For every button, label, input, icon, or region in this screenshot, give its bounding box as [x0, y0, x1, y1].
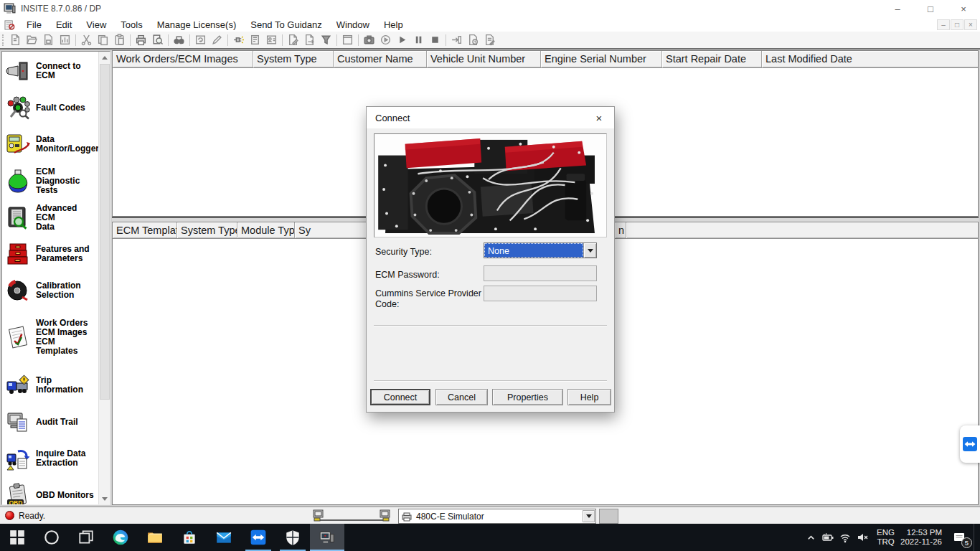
properties-button[interactable]: Properties: [492, 389, 563, 405]
cancel-button[interactable]: Cancel: [435, 389, 488, 405]
print-preview-icon[interactable]: [149, 33, 166, 47]
maximize-button[interactable]: □: [914, 0, 947, 17]
menu-edit[interactable]: Edit: [49, 18, 79, 32]
connect-button[interactable]: Connect: [370, 389, 430, 405]
column-header-last-modified-date[interactable]: Last Modified Date: [762, 51, 978, 67]
wifi-icon[interactable]: [837, 527, 854, 548]
play-icon[interactable]: [394, 33, 410, 47]
scroll-down-icon[interactable]: [99, 493, 110, 504]
defender-icon[interactable]: [275, 524, 310, 551]
menu-window[interactable]: Window: [329, 18, 377, 32]
csp-code-field: [484, 286, 597, 301]
tray-expand-icon[interactable]: [802, 527, 819, 548]
start-button[interactable]: [0, 524, 34, 551]
paste-icon[interactable]: [111, 33, 128, 47]
clock-date: 2022-11-26: [900, 537, 942, 547]
insite-app-icon[interactable]: [310, 524, 344, 551]
column-header-ecm-template[interactable]: ECM Template: [113, 222, 177, 238]
notification-center-icon[interactable]: 5: [949, 527, 971, 548]
help-button[interactable]: Help: [567, 389, 611, 405]
dialog-close-icon[interactable]: ×: [584, 107, 614, 128]
mdi-minimize-button[interactable]: –: [937, 19, 950, 30]
sidebar-scrollbar[interactable]: [98, 52, 110, 504]
new-work-order-icon[interactable]: [7, 33, 24, 47]
menu-manage-licenses[interactable]: Manage License(s): [150, 18, 244, 32]
filter-icon[interactable]: [318, 33, 334, 47]
column-header-system-type-2[interactable]: System Type: [177, 222, 237, 238]
clock[interactable]: 12:53 PM 2022-11-26: [900, 528, 942, 547]
report-icon[interactable]: [57, 33, 73, 47]
volume-muted-icon[interactable]: [854, 527, 871, 548]
scroll-up-icon[interactable]: [99, 52, 110, 63]
close-button[interactable]: ×: [947, 0, 980, 17]
sidebar-item-advanced-ecm-data[interactable]: Advanced ECM Data: [4, 202, 97, 232]
mdi-close-button[interactable]: ×: [964, 19, 977, 30]
column-header-work-orders-ecm-images[interactable]: Work Orders/ECM Images: [113, 51, 253, 67]
stop-icon[interactable]: [427, 33, 443, 47]
file-explorer-icon[interactable]: [138, 524, 172, 551]
find-icon[interactable]: [171, 33, 187, 47]
snapshot-icon[interactable]: [361, 33, 377, 47]
edge-icon[interactable]: [103, 524, 138, 551]
minimize-button[interactable]: –: [881, 0, 914, 17]
refresh-icon[interactable]: [192, 33, 209, 47]
show-desktop-button[interactable]: [974, 524, 977, 551]
simulator-select[interactable]: 480C-E Simulator: [398, 509, 596, 524]
scrollbar-thumb[interactable]: [100, 64, 110, 400]
cortana-search-button[interactable]: [34, 524, 69, 551]
column-header-customer-name[interactable]: Customer Name: [334, 51, 427, 67]
schedule-icon[interactable]: [465, 33, 481, 47]
document-export-icon[interactable]: [301, 33, 318, 47]
record-icon[interactable]: [377, 33, 394, 47]
save-work-order-icon[interactable]: [40, 33, 57, 47]
menu-tools[interactable]: Tools: [113, 18, 149, 32]
new-window-icon[interactable]: [339, 33, 356, 47]
column-header-module-type[interactable]: Module Type: [237, 222, 295, 238]
sidebar-item-features-and-parameters[interactable]: Features and Parameters: [4, 239, 97, 269]
sidebar-item-work-orders[interactable]: Work Orders ECM Images ECM Templates: [4, 318, 97, 357]
menu-view[interactable]: View: [79, 18, 113, 32]
task-view-button[interactable]: [69, 524, 103, 551]
column-header-vehicle-unit-number[interactable]: Vehicle Unit Number: [427, 51, 541, 67]
address-book-icon[interactable]: [263, 33, 280, 47]
sidebar-item-ecm-diagnostic-tests[interactable]: ECM Diagnostic Tests: [4, 166, 97, 196]
document-edit-icon[interactable]: [285, 33, 301, 47]
toolbar-grip[interactable]: [2, 34, 5, 46]
teamviewer-icon[interactable]: [241, 524, 275, 551]
sidebar-item-calibration-selection[interactable]: Calibration Selection: [4, 276, 97, 306]
column-header-system-type[interactable]: System Type: [253, 51, 334, 67]
sidebar-item-connect-to-ecm[interactable]: Connect to ECM: [4, 56, 97, 86]
sidebar-item-trip-information[interactable]: Trip Information: [4, 370, 97, 400]
language-indicator[interactable]: ENG TRQ: [877, 528, 895, 547]
teamviewer-panel-tab[interactable]: [960, 425, 980, 463]
menu-file[interactable]: File: [19, 18, 49, 32]
menu-help[interactable]: Help: [377, 18, 410, 32]
sidebar-item-audit-trail[interactable]: Audit Trail: [4, 407, 97, 437]
store-icon[interactable]: [172, 524, 207, 551]
column-header-start-repair-date[interactable]: Start Repair Date: [662, 51, 762, 67]
cut-icon[interactable]: [78, 33, 95, 47]
column-header-engine-serial-number[interactable]: Engine Serial Number: [541, 51, 662, 67]
device-icon: [402, 512, 413, 522]
menu-send-to-guidanz[interactable]: Send To Guidanz: [243, 18, 329, 32]
pause-icon[interactable]: [410, 33, 427, 47]
fault-code-list-icon[interactable]: [247, 33, 263, 47]
erase-icon[interactable]: [209, 33, 225, 47]
chevron-down-icon[interactable]: [583, 243, 596, 258]
sidebar-item-obd-monitors[interactable]: OBD OBD Monitors: [4, 480, 97, 505]
sidebar-item-fault-codes[interactable]: Fault Codes: [4, 93, 97, 123]
connect-disconnect-icon[interactable]: [230, 33, 247, 47]
column-header-partial-n[interactable]: n: [615, 222, 626, 238]
sidebar-item-data-monitor-logger[interactable]: Data Monitor/Logger: [4, 129, 97, 159]
battery-icon[interactable]: [819, 527, 837, 548]
mdi-restore-button[interactable]: □: [951, 19, 963, 30]
mail-icon[interactable]: [207, 524, 241, 551]
security-type-select[interactable]: None: [484, 242, 597, 258]
chevron-down-icon[interactable]: [583, 510, 595, 522]
print-icon[interactable]: [133, 33, 149, 47]
edit-notes-icon[interactable]: [481, 33, 498, 47]
step-icon[interactable]: [448, 33, 465, 47]
copy-icon[interactable]: [95, 33, 111, 47]
open-work-order-icon[interactable]: [24, 33, 40, 47]
sidebar-item-inquire-data-extraction[interactable]: Inquire Data Extraction: [4, 443, 97, 474]
